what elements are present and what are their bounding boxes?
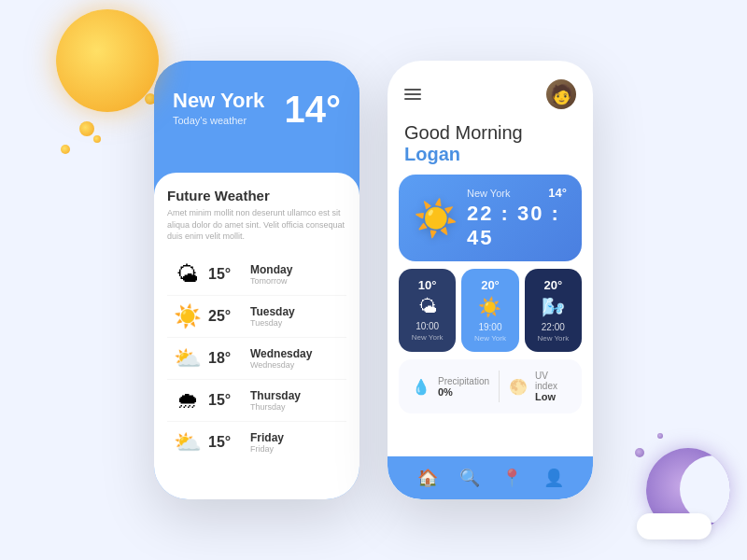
big-card-info: New York 14° 22 : 30 : 45 <box>467 186 567 250</box>
sun-dot-3 <box>93 135 101 143</box>
nav-home-icon[interactable]: 🏠 <box>417 468 438 488</box>
tc-temp-22: 20° <box>532 278 574 292</box>
sun-dot-1 <box>79 121 94 136</box>
moon-decoration <box>646 448 730 532</box>
tc-city-22: New York <box>532 334 574 343</box>
uv-val: Low <box>535 391 569 402</box>
time-card-19: 20° ☀️ 19:00 New York <box>461 269 518 352</box>
uv-icon: 🌕 <box>509 378 528 396</box>
big-weather-card: ☀️ New York 14° 22 : 30 : 45 <box>399 175 582 261</box>
precipitation-text: Precipitation 0% <box>438 376 489 398</box>
temp-tuesday: 25° <box>208 308 250 325</box>
tc-icon-19: ☀️ <box>469 296 511 318</box>
uv-info: 🌕 UV index Low <box>509 371 569 402</box>
tc-city-10: New York <box>406 333 448 342</box>
hamburger-line-3 <box>404 98 421 100</box>
weather-row-friday: ⛅ 15° Friday Friday <box>167 422 346 463</box>
left-today-label: Today's weather <box>173 115 264 126</box>
scene: New York Today's weather 14° Future Weat… <box>0 0 747 560</box>
big-sun-icon: ☀️ <box>414 198 458 239</box>
weather-icon-monday: 🌤 <box>176 261 199 287</box>
left-phone: New York Today's weather 14° Future Weat… <box>154 61 359 499</box>
info-divider <box>499 371 500 402</box>
left-city: New York <box>173 89 264 113</box>
big-card-city: New York <box>467 188 510 199</box>
time-cards: 10° 🌤 10:00 New York 20° ☀️ 19:00 New Yo… <box>399 269 582 352</box>
icon-cell-wednesday: ⛅ <box>167 345 208 371</box>
future-weather-subtitle: Amet minim mollit non deserunt ullamco e… <box>167 207 346 243</box>
weather-rows: 🌤 15° Monday Tomorrow ☀️ 25° Tuesday <box>167 254 346 463</box>
precipitation-label: Precipitation <box>438 376 489 386</box>
day-friday: Friday Friday <box>250 431 284 454</box>
avatar-emoji: 🧑 <box>550 83 573 105</box>
day-monday: Monday Tomorrow <box>250 263 292 286</box>
temp-thursday: 15° <box>208 392 250 409</box>
weather-row-monday: 🌤 15° Monday Tomorrow <box>167 254 346 296</box>
tc-icon-22: 🌬️ <box>532 296 574 318</box>
day-wednesday: Wednesday Wednesday <box>250 347 312 370</box>
icon-cell-tuesday: ☀️ <box>167 303 208 329</box>
tc-temp-19: 20° <box>469 278 511 292</box>
tc-time-19: 19:00 <box>469 322 511 332</box>
uv-label: UV index <box>535 371 569 391</box>
right-phone: 🧑 Good Morning Logan ☀️ New York 14° 22 … <box>388 61 593 499</box>
tc-time-22: 22:00 <box>532 322 574 332</box>
weather-icon-wednesday: ⛅ <box>174 345 202 371</box>
right-header: 🧑 <box>388 61 593 119</box>
big-card-temp: 14° <box>548 186 567 200</box>
tc-temp-10: 10° <box>406 278 448 292</box>
icon-cell-monday: 🌤 <box>167 261 208 287</box>
weather-row-tuesday: ☀️ 25° Tuesday Tuesday <box>167 296 346 338</box>
left-phone-header: New York Today's weather 14° <box>154 61 359 149</box>
info-row: 💧 Precipitation 0% 🌕 UV index Low <box>399 359 582 413</box>
tc-time-10: 10:00 <box>406 321 448 331</box>
bottom-nav: 🏠 🔍 📍 👤 <box>388 456 593 499</box>
precipitation-icon: 💧 <box>412 378 430 396</box>
icon-cell-friday: ⛅ <box>167 429 208 455</box>
big-card-time: 22 : 30 : 45 <box>467 202 567 250</box>
time-card-22: 20° 🌬️ 22:00 New York <box>525 269 582 352</box>
time-card-10: 10° 🌤 10:00 New York <box>399 269 456 352</box>
weather-icon-thursday: 🌧 <box>176 387 199 413</box>
precipitation-info: 💧 Precipitation 0% <box>412 371 489 402</box>
hamburger-line-1 <box>404 89 421 91</box>
user-avatar[interactable]: 🧑 <box>546 79 576 109</box>
greeting-line1: Good Morning <box>404 122 576 144</box>
weather-row-wednesday: ⛅ 18° Wednesday Wednesday <box>167 338 346 380</box>
greeting: Good Morning Logan <box>388 119 593 175</box>
temp-friday: 15° <box>208 434 250 451</box>
precipitation-val: 0% <box>438 386 489 398</box>
left-card-container: Future Weather Amet minim mollit non des… <box>154 173 359 499</box>
uv-text: UV index Low <box>535 371 569 402</box>
day-tuesday: Tuesday Tuesday <box>250 305 295 328</box>
weather-icon-tuesday: ☀️ <box>174 303 202 329</box>
purple-dot-1 <box>635 448 644 457</box>
temp-monday: 15° <box>208 266 250 283</box>
sun-decoration <box>56 9 159 112</box>
icon-cell-thursday: 🌧 <box>167 387 208 413</box>
hamburger-line-2 <box>404 93 421 95</box>
left-temperature: 14° <box>285 89 342 131</box>
day-thursday: Thursday Thursday <box>250 389 301 412</box>
tc-icon-10: 🌤 <box>406 296 448 317</box>
greeting-name: Logan <box>404 144 576 165</box>
nav-profile-icon[interactable]: 👤 <box>543 468 564 488</box>
tc-city-19: New York <box>469 334 511 343</box>
nav-location-icon[interactable]: 📍 <box>501 468 522 488</box>
temp-wednesday: 18° <box>208 350 250 367</box>
weather-row-thursday: 🌧 15° Thursday Thursday <box>167 380 346 422</box>
hamburger-icon[interactable] <box>404 89 421 100</box>
sun-dot-2 <box>61 145 70 154</box>
purple-dot-3 <box>657 433 663 439</box>
future-weather-title: Future Weather <box>167 188 346 203</box>
weather-icon-friday: ⛅ <box>174 429 202 455</box>
nav-search-icon[interactable]: 🔍 <box>459 468 480 488</box>
